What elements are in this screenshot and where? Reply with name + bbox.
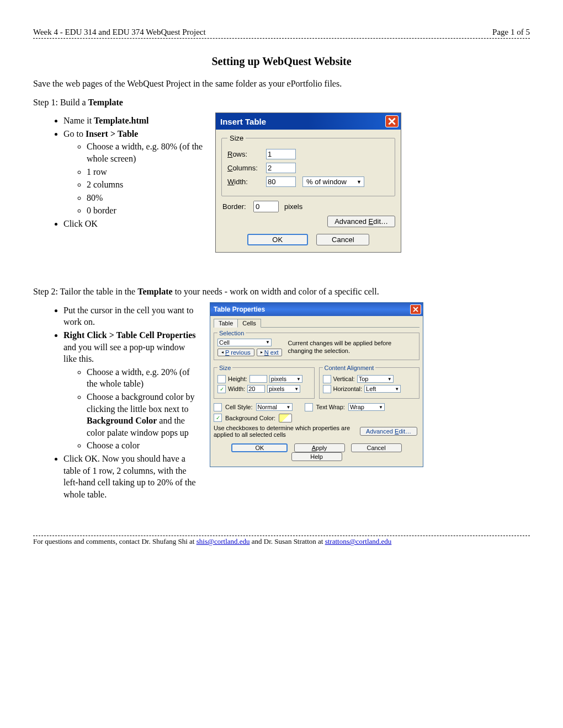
vertical-dropdown[interactable]: Top▼ bbox=[357, 375, 394, 383]
next-button[interactable]: ▸Next bbox=[257, 349, 283, 356]
ok-button[interactable]: OK bbox=[231, 443, 288, 452]
size-legend: Size bbox=[227, 134, 246, 142]
step1-bullet-ok: Click OK bbox=[63, 218, 204, 230]
dialog-titlebar[interactable]: Insert Table bbox=[216, 113, 401, 130]
step2-heading: Step 2: Tailor the table in the Template… bbox=[33, 286, 530, 298]
ok-button[interactable]: OK bbox=[247, 234, 308, 245]
selection-legend: Selection bbox=[217, 330, 246, 336]
step1-bullet-name: Name it Template.html bbox=[63, 115, 204, 127]
email-link-1[interactable]: shis@cortland.edu bbox=[196, 537, 250, 545]
help-button[interactable]: Help bbox=[291, 452, 342, 461]
dialog-title-text: Table Properties bbox=[214, 306, 265, 313]
cellstyle-checkbox[interactable] bbox=[214, 403, 222, 411]
width-label: Width: bbox=[228, 386, 245, 392]
footer-divider bbox=[33, 536, 530, 536]
width-label: Width: bbox=[227, 178, 266, 186]
columns-label: Columns: bbox=[227, 164, 266, 172]
header-divider bbox=[33, 38, 530, 39]
selection-dropdown[interactable]: Cell ▼ bbox=[217, 339, 272, 346]
height-label: Height: bbox=[228, 376, 247, 382]
chevron-down-icon: ▼ bbox=[294, 387, 299, 392]
border-input[interactable] bbox=[253, 201, 279, 212]
bgcolor-swatch[interactable] bbox=[279, 414, 292, 422]
size-fieldset: Size Rows: Columns: Width: % of window bbox=[221, 134, 395, 196]
chevron-down-icon: ▼ bbox=[265, 340, 270, 345]
border-unit-label: pixels bbox=[284, 202, 302, 211]
chevron-down-icon: ▼ bbox=[296, 377, 301, 382]
rows-label: Rows: bbox=[227, 150, 266, 158]
step1-sub-border: 0 border bbox=[87, 205, 204, 217]
horizontal-checkbox[interactable] bbox=[323, 385, 331, 393]
vertical-checkbox[interactable] bbox=[323, 375, 331, 383]
chevron-down-icon: ▼ bbox=[379, 405, 383, 410]
step2-sub-width: Choose a width, e.g. 20% (of the whole t… bbox=[87, 366, 199, 390]
footer: For questions and comments, contact Dr. … bbox=[33, 537, 530, 546]
bgcolor-label: Background Color: bbox=[225, 415, 275, 421]
page-title: Setting up WebQuest Website bbox=[33, 55, 530, 68]
size-legend: Size bbox=[217, 365, 232, 371]
chevron-down-icon: ▼ bbox=[387, 377, 392, 382]
border-label: Border: bbox=[222, 202, 253, 211]
chevron-down-icon: ▼ bbox=[395, 387, 399, 392]
vertical-label: Vertical: bbox=[333, 376, 355, 382]
bgcolor-checkbox[interactable]: ✓ bbox=[214, 414, 222, 422]
close-icon[interactable] bbox=[385, 115, 399, 127]
dialog-titlebar[interactable]: Table Properties bbox=[210, 303, 423, 316]
apply-button[interactable]: Apply bbox=[294, 443, 345, 452]
step1-sub-width: Choose a width, e.g. 80% (of the whole s… bbox=[87, 141, 204, 164]
previous-button[interactable]: ◂Previous bbox=[217, 349, 254, 356]
cancel-button[interactable]: Cancel bbox=[351, 443, 402, 452]
header-left: Week 4 - EDU 314 and EDU 374 WebQuest Pr… bbox=[33, 28, 206, 37]
page-header: Week 4 - EDU 314 and EDU 374 WebQuest Pr… bbox=[33, 28, 530, 37]
close-icon[interactable] bbox=[410, 304, 421, 314]
tab-cells[interactable]: Cells bbox=[237, 319, 261, 328]
width-checkbox[interactable]: ✓ bbox=[217, 385, 226, 393]
step2-bullet-ok: Click OK. Now you should have a table of… bbox=[63, 453, 199, 500]
chevron-down-icon: ▼ bbox=[286, 405, 291, 410]
header-right: Page 1 of 5 bbox=[492, 28, 530, 37]
horizontal-dropdown[interactable]: Left▼ bbox=[364, 385, 401, 393]
step2-bullet-cursor: Put the cursor in the cell you want to w… bbox=[63, 304, 199, 328]
height-checkbox[interactable] bbox=[217, 375, 226, 383]
intro-paragraph: Save the web pages of the WebQuest Proje… bbox=[33, 78, 530, 90]
chevron-down-icon: ▼ bbox=[357, 179, 362, 185]
insert-table-dialog: Insert Table Size Rows: Columns: bbox=[215, 113, 401, 253]
email-link-2[interactable]: strattons@cortland.edu bbox=[325, 537, 392, 545]
checkbox-note: Use checkboxes to determine which proper… bbox=[214, 425, 353, 438]
width-input[interactable] bbox=[266, 176, 296, 187]
width-input[interactable] bbox=[247, 385, 265, 393]
selection-fieldset: Selection Cell ▼ ◂Previous ▸Next bbox=[214, 330, 419, 360]
step1-sub-percent: 80% bbox=[87, 192, 204, 204]
cellstyle-label: Cell Style: bbox=[225, 404, 253, 410]
textwrap-dropdown[interactable]: Wrap▼ bbox=[348, 403, 385, 411]
step2-sub-choosecolor: Choose a color bbox=[87, 440, 199, 452]
rows-input[interactable] bbox=[266, 149, 296, 159]
dialog-title-text: Insert Table bbox=[220, 117, 266, 126]
step2-bullet-rightclick: Right Click > Table Cell Properties and … bbox=[63, 329, 199, 452]
columns-input[interactable] bbox=[266, 163, 296, 173]
advanced-edit-button[interactable]: Advanced Edit… bbox=[327, 216, 395, 227]
cellstyle-dropdown[interactable]: Normal▼ bbox=[256, 403, 293, 411]
size-fieldset: Size Height: pixels▼ ✓ Width: bbox=[214, 365, 315, 399]
table-properties-dialog: Table Properties Table Cells Selection C… bbox=[210, 302, 423, 467]
width-unit-dropdown[interactable]: pixels▼ bbox=[267, 385, 300, 393]
width-unit-dropdown[interactable]: % of window ▼ bbox=[302, 176, 364, 187]
step1-heading: Step 1: Build a Template bbox=[33, 97, 530, 109]
alignment-fieldset: Content Alignment Vertical: Top▼ Horizon… bbox=[319, 365, 420, 399]
selection-note: Current changes will be applied before c… bbox=[288, 339, 416, 355]
step1-sub-row: 1 row bbox=[87, 166, 204, 178]
cancel-button[interactable]: Cancel bbox=[316, 234, 369, 245]
tabs: Table Cells bbox=[214, 318, 419, 328]
horizontal-label: Horizontal: bbox=[333, 386, 363, 392]
step1-sub-cols: 2 columns bbox=[87, 179, 204, 191]
textwrap-checkbox[interactable] bbox=[305, 403, 313, 411]
step1-bullet-goto: Go to Insert > Table Choose a width, e.g… bbox=[63, 128, 204, 217]
textwrap-label: Text Wrap: bbox=[316, 404, 345, 410]
alignment-legend: Content Alignment bbox=[323, 365, 376, 371]
tab-table[interactable]: Table bbox=[214, 319, 238, 328]
step2-sub-bgcolor: Choose a background color by clicking th… bbox=[87, 391, 199, 438]
height-input[interactable] bbox=[249, 375, 267, 383]
height-unit-dropdown[interactable]: pixels▼ bbox=[269, 375, 302, 383]
advanced-edit-button[interactable]: Advanced Edit… bbox=[360, 427, 417, 436]
